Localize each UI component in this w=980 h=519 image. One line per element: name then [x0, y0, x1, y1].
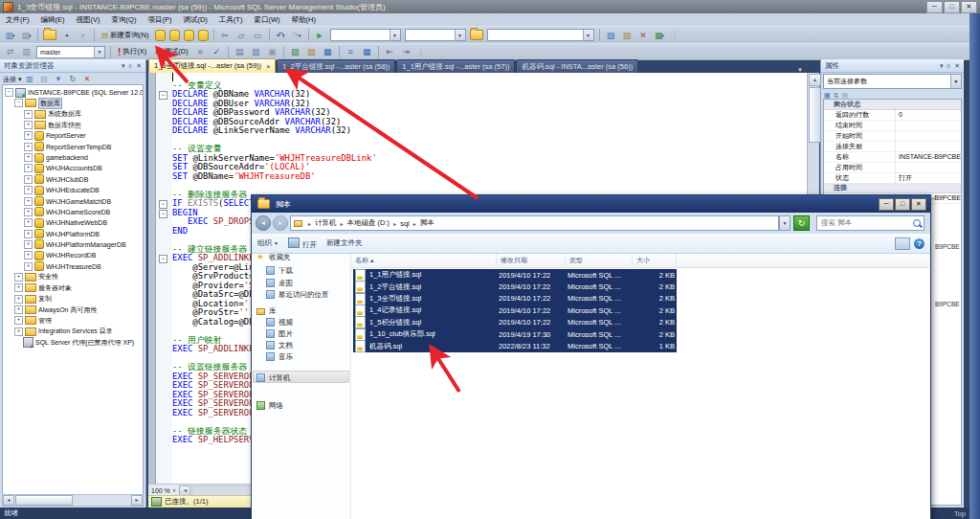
tree-node-2[interactable]: +系统数据库	[24, 109, 81, 120]
tree-node-15[interactable]: +WHJHRecordDB	[24, 250, 97, 260]
editor-tab-2[interactable]: 1_1用户链接.sql -...aster (sa (57))	[396, 59, 515, 73]
expand-icon[interactable]: +	[14, 316, 23, 325]
execute-button[interactable]: !执行(X)	[114, 45, 150, 59]
expand-icon[interactable]: +	[14, 305, 23, 314]
menu-item-8[interactable]: 帮助(H)	[286, 15, 322, 25]
address-dropdown-icon[interactable]: ▼	[779, 215, 791, 231]
toolbar-combo-1[interactable]: ▼	[330, 29, 401, 41]
tree-node-19[interactable]: +复制	[14, 294, 52, 305]
nav-item-8[interactable]: 音乐	[266, 351, 293, 362]
server-connect-icon[interactable]: ▥▾	[3, 29, 17, 42]
tree-node-21[interactable]: +管理	[14, 315, 52, 326]
tree-node-14[interactable]: +WHJHPlatformManagerDB	[24, 239, 126, 250]
run-icon[interactable]: ►	[313, 29, 327, 42]
tree-node-1[interactable]: −数据库	[14, 98, 62, 108]
file-row-6[interactable]: 机器码.sql2022/8/23 11:32Microsoft SQL ...1…	[353, 340, 677, 351]
tree-node-12[interactable]: +WHJHNativeWebDB	[24, 217, 107, 228]
collapse-icon[interactable]: −	[5, 88, 13, 97]
collapse-icon[interactable]: −	[14, 99, 23, 107]
save-all-icon[interactable]: ▫	[76, 29, 90, 42]
column-header-1[interactable]: 修改日期	[497, 254, 566, 267]
nav-item-2[interactable]: 桌面	[266, 278, 293, 288]
menu-item-7[interactable]: 窗口(W)	[248, 15, 285, 25]
save-icon[interactable]: ▪	[59, 29, 74, 42]
filter-icon[interactable]: ▼	[52, 74, 64, 84]
indent-icon[interactable]: ⇥	[399, 45, 413, 58]
undo-icon[interactable]: ↶▾	[274, 29, 288, 42]
maximize-button[interactable]: □	[895, 198, 910, 211]
debug-button[interactable]: ►调试(D)	[150, 45, 191, 59]
breadcrumb-item-3[interactable]: 脚本	[420, 218, 434, 228]
disconnect-icon[interactable]: ▥	[19, 45, 33, 58]
file-row-1[interactable]: 1_2平台链接.sql2019/4/10 17:22Microsoft SQL …	[353, 281, 677, 292]
expand-icon[interactable]: +	[24, 262, 33, 271]
expand-icon[interactable]: +	[24, 121, 33, 129]
tool-icon-3[interactable]: ✕	[636, 29, 651, 42]
zoom-level[interactable]: 100 %	[148, 487, 173, 494]
file-row-2[interactable]: 1_3全币链接.sql2019/4/10 17:22Microsoft SQL …	[353, 293, 677, 305]
tree-node-20[interactable]: +AlwaysOn 高可用性	[14, 305, 97, 315]
nav-item-6[interactable]: 图片	[266, 328, 293, 339]
open-button[interactable]: 打开	[288, 237, 317, 250]
outline-collapse-icon[interactable]: −	[159, 91, 167, 100]
help-icon[interactable]: ?	[914, 238, 924, 249]
editor-tab-3[interactable]: 机器码.sql - INSTA...aster (sa (56))	[516, 59, 638, 73]
menu-item-0[interactable]: 文件(F)	[0, 15, 35, 25]
chevron-down-icon[interactable]: ▼	[94, 47, 104, 57]
chevron-down-icon[interactable]: ▾	[122, 62, 125, 70]
toolbar-combo-3[interactable]: ▼	[487, 29, 594, 41]
explorer-title-bar[interactable]: 脚本 ─ □ ✕	[252, 195, 930, 213]
database-query-icon-4[interactable]	[198, 30, 209, 41]
expand-icon[interactable]: +	[24, 218, 33, 227]
scroll-left-icon[interactable]: ◄	[3, 495, 14, 506]
estimated-plan-icon[interactable]: ▩	[321, 45, 335, 58]
minimize-button[interactable]: ─	[926, 1, 943, 13]
menu-item-3[interactable]: 查询(Q)	[106, 15, 143, 25]
close-button[interactable]: ✕	[961, 1, 977, 13]
tool-icon-1[interactable]: ▧	[604, 29, 618, 42]
refresh-icon[interactable]: ↻	[66, 74, 78, 84]
scroll-thumb[interactable]	[15, 495, 73, 506]
zoom-dropdown-icon[interactable]: ▾	[173, 487, 176, 493]
pin-icon[interactable]: ⎀	[128, 62, 134, 70]
menu-item-2[interactable]: 视图(V)	[71, 15, 106, 25]
query-options-icon-2[interactable]: ▥	[249, 45, 263, 58]
database-query-icon-1[interactable]	[155, 30, 166, 41]
expand-icon[interactable]: +	[14, 283, 23, 292]
cut-icon[interactable]: ✂	[218, 29, 233, 42]
nav-item-0[interactable]: ★收藏夹	[256, 252, 291, 262]
nav-item-3[interactable]: 最近访问的位置	[266, 289, 329, 300]
toolbar-combo-2[interactable]: ▼	[405, 29, 466, 41]
outline-collapse-icon[interactable]: −	[159, 255, 167, 263]
tree-node-9[interactable]: +WHJHEducateDB	[24, 185, 100, 195]
close-panel-icon[interactable]: ✕	[954, 62, 960, 70]
tree-node-11[interactable]: +WHJHGameScoreDB	[24, 207, 110, 217]
organize-button[interactable]: 组织 ▼	[257, 238, 278, 248]
tree-node-8[interactable]: +WHJHClubDB	[24, 174, 88, 185]
expand-icon[interactable]: +	[24, 153, 33, 162]
activity-monitor-icon[interactable]: ▥	[23, 74, 35, 84]
results-text-icon[interactable]: ≡	[344, 45, 358, 58]
breadcrumb-item-2[interactable]: sql	[400, 219, 410, 228]
tree-node-23[interactable]: SQL Server 代理(已禁用代理 XP)	[14, 337, 134, 348]
object-explorer-hscrollbar[interactable]: ◄ ►	[2, 494, 144, 507]
scroll-right-icon[interactable]: ►	[131, 495, 143, 506]
nav-item-7[interactable]: 文档	[266, 340, 293, 350]
tree-node-10[interactable]: +WHJHGameMatchDB	[24, 196, 111, 207]
tree-node-4[interactable]: +ReportServer	[24, 130, 86, 141]
chevron-down-icon[interactable]: ▾	[940, 62, 944, 70]
properties-object-selector[interactable]: 当前连接参数 ▼	[823, 74, 962, 89]
menu-item-6[interactable]: 工具(T)	[213, 15, 249, 25]
database-query-icon-2[interactable]	[169, 30, 180, 41]
expand-icon[interactable]: +	[24, 164, 33, 172]
tree-node-7[interactable]: +WHJHAccountsDB	[24, 163, 102, 173]
tree-node-3[interactable]: +数据库快照	[24, 120, 81, 130]
stop-icon[interactable]: ▧	[37, 74, 50, 84]
forward-icon[interactable]: ▸	[273, 215, 288, 231]
expand-icon[interactable]: +	[24, 251, 33, 260]
client-statistics-icon[interactable]: ▨	[304, 45, 319, 58]
expand-icon[interactable]: +	[24, 175, 33, 184]
scroll-left-icon[interactable]: ◄	[179, 485, 190, 496]
chevron-down-icon[interactable]: ▼	[583, 30, 593, 40]
intellisense-icon[interactable]: ▣	[265, 45, 279, 58]
